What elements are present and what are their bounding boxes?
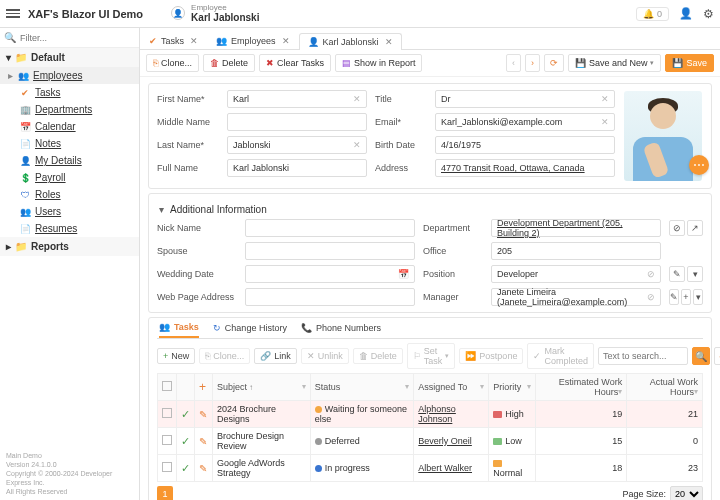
cell-assigned[interactable]: Beverly Oneil: [414, 428, 489, 455]
full-name-input[interactable]: Karl Jablonski: [227, 159, 367, 177]
col-select[interactable]: [158, 374, 177, 401]
spouse-input[interactable]: [245, 242, 415, 260]
save-button[interactable]: 💾Save: [665, 54, 714, 72]
prev-record-button[interactable]: ‹: [506, 54, 521, 72]
filter-icon[interactable]: ▾: [694, 387, 698, 396]
close-icon[interactable]: ✕: [282, 36, 290, 46]
filter-icon[interactable]: ▾: [527, 382, 531, 391]
col-new[interactable]: +: [195, 374, 213, 401]
sidebar-item-my-details[interactable]: 👤My Details: [0, 152, 139, 169]
page-size-select[interactable]: 20: [670, 486, 703, 500]
wedding-date-input[interactable]: 📅: [245, 265, 415, 283]
refresh-button[interactable]: ⟳: [544, 54, 564, 72]
sidebar-item-notes[interactable]: 📄Notes: [0, 135, 139, 152]
checkbox-icon[interactable]: [162, 381, 172, 391]
manager-input[interactable]: Janete Limeira (Janete_Limeira@example.c…: [491, 288, 661, 306]
user-icon[interactable]: 👤: [679, 7, 693, 20]
col-estimated[interactable]: Estimated Work Hours▾: [536, 374, 627, 401]
col-status[interactable]: Status▾: [310, 374, 414, 401]
email-input[interactable]: Karl_Jablonski@example.com✕: [435, 113, 615, 131]
row-checkbox[interactable]: [162, 462, 172, 472]
notifications-badge[interactable]: 🔔0: [636, 7, 669, 21]
manager-edit-button[interactable]: ✎: [669, 289, 679, 305]
position-dropdown-button[interactable]: ▾: [687, 266, 703, 282]
last-name-input[interactable]: Jablonski✕: [227, 136, 367, 154]
grid-search-input[interactable]: [598, 347, 688, 365]
delete-button[interactable]: 🗑Delete: [203, 54, 255, 72]
sidebar-item-resumes[interactable]: 📄Resumes: [0, 220, 139, 237]
settings-icon[interactable]: ⚙: [703, 7, 714, 21]
table-row[interactable]: ✓✎Google AdWords StrategyIn progressAlbe…: [158, 455, 703, 482]
position-edit-button[interactable]: ✎: [669, 266, 685, 282]
grid-link-button[interactable]: 🔗Link: [254, 348, 297, 364]
clear-icon[interactable]: ✕: [353, 140, 361, 150]
grid-unlink-button[interactable]: ✕Unlink: [301, 348, 349, 364]
tab-karl-jablonski[interactable]: 👤Karl Jablonski✕: [299, 33, 402, 50]
grid-delete-button[interactable]: 🗑Delete: [353, 348, 403, 364]
department-input[interactable]: Development Department (205, Building 2): [491, 219, 661, 237]
row-edit-button[interactable]: ✎: [195, 428, 213, 455]
sidebar-item-roles[interactable]: 🛡Roles: [0, 186, 139, 203]
sidebar-item-payroll[interactable]: 💲Payroll: [0, 169, 139, 186]
clear-icon[interactable]: ⊘: [647, 292, 655, 302]
grid-mark-button[interactable]: ✓Mark Completed: [527, 343, 594, 369]
sidebar-item-tasks[interactable]: ✔Tasks: [0, 84, 139, 101]
row-edit-button[interactable]: ✎: [195, 401, 213, 428]
col-actual[interactable]: Actual Work Hours▾: [627, 374, 703, 401]
position-input[interactable]: Developer⊘: [491, 265, 661, 283]
hamburger-menu[interactable]: [6, 9, 20, 18]
title-input[interactable]: Dr✕: [435, 90, 615, 108]
address-input[interactable]: 4770 Transit Road, Ottawa, Canada: [435, 159, 615, 177]
col-assigned[interactable]: Assigned To▾: [414, 374, 489, 401]
tab-tasks[interactable]: ✔Tasks✕: [140, 32, 207, 49]
row-checkbox[interactable]: [162, 408, 172, 418]
filter-icon[interactable]: ▾: [618, 387, 622, 396]
filter-icon[interactable]: ▾: [405, 382, 409, 391]
nav-group-reports[interactable]: ▸ 📁 Reports: [0, 237, 139, 256]
manager-dropdown-button[interactable]: ▾: [693, 289, 703, 305]
filter-icon[interactable]: ▾: [302, 382, 306, 391]
cell-assigned[interactable]: Albert Walker: [414, 455, 489, 482]
grid-clone-button[interactable]: ⎘Clone...: [199, 348, 250, 364]
manager-add-button[interactable]: +: [681, 289, 691, 305]
clear-icon[interactable]: ✕: [601, 94, 609, 104]
office-input[interactable]: 205: [491, 242, 661, 260]
clear-tasks-button[interactable]: ✖Clear Tasks: [259, 54, 331, 72]
clear-icon[interactable]: ✕: [353, 94, 361, 104]
middle-name-input[interactable]: [227, 113, 367, 131]
tab-employees[interactable]: 👥Employees✕: [207, 32, 299, 49]
nav-filter-input[interactable]: [20, 33, 135, 43]
nav-group-default[interactable]: ▾ 📁 Default: [0, 48, 139, 67]
additional-info-header[interactable]: ▾ Additional Information: [157, 200, 703, 219]
dept-clear-button[interactable]: ⊘: [669, 220, 685, 236]
calendar-icon[interactable]: 📅: [398, 269, 409, 279]
sidebar-item-departments[interactable]: 🏢Departments: [0, 101, 139, 118]
col-priority[interactable]: Priority▾: [489, 374, 536, 401]
filter-icon[interactable]: ▾: [480, 382, 484, 391]
birth-date-input[interactable]: 4/16/1975: [435, 136, 615, 154]
next-record-button[interactable]: ›: [525, 54, 540, 72]
clear-icon[interactable]: ✕: [601, 117, 609, 127]
row-checkbox[interactable]: [162, 435, 172, 445]
grid-search-button[interactable]: 🔍: [692, 347, 710, 365]
col-subject[interactable]: Subject↑▾: [213, 374, 311, 401]
grid-postpone-button[interactable]: ⏩Postpone: [459, 348, 523, 364]
clone-button[interactable]: ⎘Clone...: [146, 54, 199, 72]
tab-change-history[interactable]: ↻Change History: [213, 318, 287, 338]
plus-icon[interactable]: +: [199, 380, 206, 394]
nav-filter[interactable]: 🔍: [0, 28, 139, 48]
sidebar-item-employees[interactable]: ▸👥Employees: [0, 67, 139, 84]
close-icon[interactable]: ✕: [385, 37, 393, 47]
page-current[interactable]: 1: [157, 486, 173, 500]
show-in-report-button[interactable]: ▤Show in Report: [335, 54, 423, 72]
employee-photo[interactable]: ⋯: [623, 91, 703, 181]
nick-name-input[interactable]: [245, 219, 415, 237]
cell-assigned[interactable]: Alphonso Johnson: [414, 401, 489, 428]
grid-settask-button[interactable]: ⚐Set Task▾: [407, 343, 456, 369]
photo-menu-button[interactable]: ⋯: [689, 155, 709, 175]
webpage-input[interactable]: [245, 288, 415, 306]
save-and-new-button[interactable]: 💾Save and New▾: [568, 54, 662, 72]
tab-tasks[interactable]: 👥Tasks: [159, 318, 199, 338]
table-row[interactable]: ✓✎2024 Brochure DesignsWaiting for someo…: [158, 401, 703, 428]
sidebar-item-users[interactable]: 👥Users: [0, 203, 139, 220]
